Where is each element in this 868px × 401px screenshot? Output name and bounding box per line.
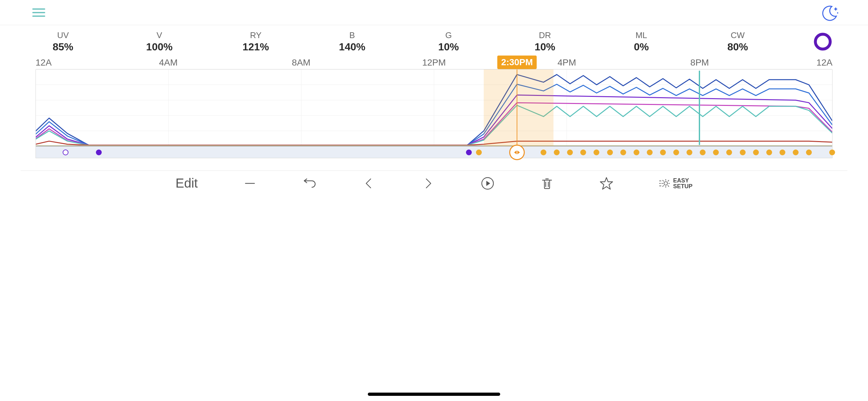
channel-value: 140% — [325, 41, 380, 53]
chart-lines — [36, 69, 832, 146]
channel-value: 100% — [132, 41, 187, 53]
channel-v[interactable]: V 100% — [132, 30, 187, 53]
scrubber-handle[interactable] — [509, 145, 525, 160]
setpoint-dot[interactable] — [700, 150, 706, 155]
scrubber-left-icon — [514, 150, 517, 154]
axis-tick: 4AM — [159, 58, 178, 68]
play-icon — [480, 176, 495, 190]
setpoint-dot[interactable] — [793, 150, 799, 155]
channel-ml[interactable]: ML 0% — [614, 30, 669, 53]
channel-b[interactable]: B 140% — [325, 30, 380, 53]
editor-toolbar: Edit — [21, 171, 847, 190]
axis-tick: 12PM — [422, 58, 445, 68]
channel-uv[interactable]: UV 85% — [35, 30, 90, 53]
next-point-button[interactable] — [421, 176, 435, 190]
setpoint-dot[interactable] — [567, 150, 573, 155]
scrubber-right-icon — [517, 150, 520, 154]
setpoint-dot[interactable] — [673, 150, 679, 155]
setpoint-dot[interactable] — [753, 150, 759, 155]
chevron-right-icon — [421, 176, 435, 190]
scrubber-line — [517, 69, 517, 155]
setpoint-dot[interactable] — [806, 150, 812, 155]
setpoint-dot[interactable] — [476, 150, 482, 155]
channel-label: G — [421, 30, 476, 40]
axis-tick: 8PM — [690, 58, 709, 68]
svg-point-3 — [837, 12, 838, 13]
svg-line-24 — [662, 180, 664, 181]
channel-value: 10% — [421, 41, 476, 53]
current-time-label: 2:30PM — [501, 57, 533, 67]
timeline-point-row[interactable] — [35, 147, 833, 158]
channel-label: CW — [710, 30, 765, 40]
svg-line-25 — [668, 185, 669, 187]
channel-g[interactable]: G 10% — [421, 30, 476, 53]
channel-label: RY — [228, 30, 283, 40]
moon-mark-dot[interactable] — [63, 150, 68, 155]
top-bar — [0, 0, 868, 25]
hamburger-icon — [32, 8, 45, 18]
setpoint-dot[interactable] — [593, 150, 599, 155]
svg-line-26 — [662, 185, 664, 187]
channel-label: ML — [614, 30, 669, 40]
setpoint-dot[interactable] — [620, 150, 626, 155]
svg-line-27 — [668, 180, 669, 181]
channel-value: 80% — [710, 41, 765, 53]
channel-label: DR — [518, 30, 572, 40]
svg-point-4 — [815, 34, 830, 49]
axis-tick: 12A — [816, 58, 833, 68]
setpoint-dot[interactable] — [607, 150, 613, 155]
channel-label: UV — [35, 30, 90, 40]
easy-line1: EASY — [673, 178, 692, 183]
edit-button[interactable]: Edit — [176, 176, 198, 190]
setpoint-dot[interactable] — [580, 150, 586, 155]
prev-point-button[interactable] — [362, 176, 376, 190]
ring-icon — [813, 32, 833, 51]
delete-point-button[interactable] — [243, 176, 257, 190]
setpoint-dot[interactable] — [686, 150, 692, 155]
easy-line2: SETUP — [673, 183, 692, 189]
easy-setup-button[interactable]: EASY SETUP — [659, 178, 692, 189]
favorite-button[interactable] — [599, 176, 614, 190]
setpoint-dot[interactable] — [713, 150, 719, 155]
current-time-flag[interactable]: 2:30PM — [497, 56, 537, 69]
menu-button[interactable] — [32, 8, 45, 18]
setpoint-dot[interactable] — [766, 150, 772, 155]
brightness-icon — [659, 178, 670, 189]
setpoint-dot[interactable] — [740, 150, 746, 155]
svg-marker-18 — [600, 178, 613, 189]
channel-dr[interactable]: DR 10% — [518, 30, 572, 53]
undo-button[interactable] — [302, 176, 316, 190]
color-ring-button[interactable] — [813, 32, 833, 51]
play-button[interactable] — [480, 176, 495, 190]
setpoint-dot[interactable] — [647, 150, 653, 155]
chart-plot-area[interactable] — [35, 69, 833, 147]
setpoint-dot[interactable] — [779, 150, 785, 155]
edit-label: Edit — [176, 176, 198, 190]
axis-tick: 4PM — [558, 58, 577, 68]
app-root: { "channels": [ {"label": "UV", "value":… — [0, 0, 868, 401]
easy-setup-label: EASY SETUP — [673, 178, 692, 189]
setpoint-dot[interactable] — [660, 150, 666, 155]
channel-value: 10% — [518, 41, 572, 53]
setpoint-dot[interactable] — [726, 150, 732, 155]
channel-label: V — [132, 30, 187, 40]
lunar-marker-line — [699, 71, 700, 145]
trash-icon — [540, 176, 554, 190]
star-icon — [599, 176, 614, 190]
lunar-mode-button[interactable] — [819, 4, 839, 23]
setpoint-dot[interactable] — [633, 150, 640, 155]
lunar-setpoint-dot[interactable] — [466, 150, 472, 155]
chart — [35, 69, 833, 158]
setpoint-dot[interactable] — [554, 150, 560, 155]
channel-cw[interactable]: CW 80% — [710, 30, 765, 53]
channel-value: 85% — [35, 41, 90, 53]
channel-ry[interactable]: RY 121% — [228, 30, 283, 53]
setpoint-dot[interactable] — [829, 150, 835, 155]
lunar-setpoint-dot[interactable] — [96, 150, 102, 155]
home-indicator[interactable] — [368, 393, 500, 396]
channel-readouts: UV 85% V 100% RY 121% B 140% G 10% DR 10… — [0, 25, 868, 54]
trash-button[interactable] — [540, 176, 554, 190]
minus-icon — [243, 176, 257, 190]
setpoint-dot[interactable] — [540, 150, 547, 155]
undo-icon — [302, 176, 316, 190]
